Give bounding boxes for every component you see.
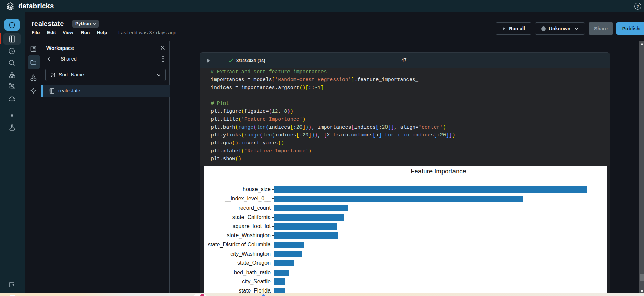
svg-text:?: ?: [636, 4, 639, 9]
